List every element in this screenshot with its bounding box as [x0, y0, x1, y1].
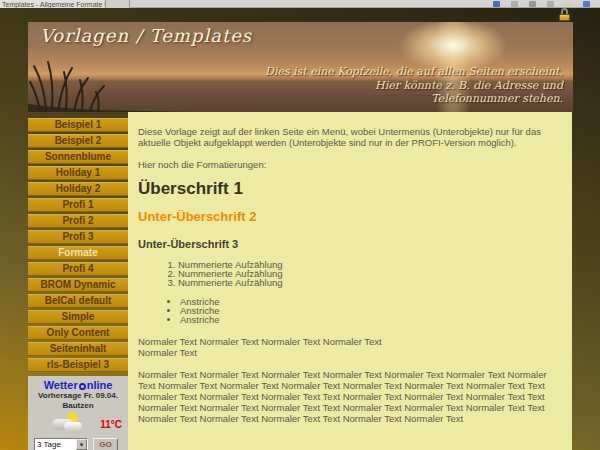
sidebar-item-beispiel-1[interactable]: Beispiel 1 — [28, 118, 128, 132]
sidebar-item-sonnenblume[interactable]: Sonnenblume — [28, 150, 128, 164]
bullet-list-item: Anstriche — [180, 306, 560, 315]
tagline-line: Hier könnte z. B. die Adresse und — [265, 79, 563, 93]
page-icon[interactable] — [565, 1, 572, 7]
normal-text-line: Normaler Text — [138, 347, 560, 358]
restore-icon[interactable] — [547, 1, 554, 7]
sidebar-item-beispiel-2[interactable]: Beispiel 2 — [28, 134, 128, 148]
heading-1: Überschrift 1 — [138, 183, 560, 194]
logo-text-prefix: Wetter — [44, 379, 78, 391]
browser-tab[interactable]: Templates - Allgemeine Formate für Texte… — [0, 0, 106, 8]
globe-icon — [79, 383, 86, 390]
logo-text-suffix: nline — [87, 379, 113, 391]
sidebar-item-holiday-1[interactable]: Holiday 1 — [28, 166, 128, 180]
sidebar-item-formate[interactable]: Formate — [28, 246, 128, 260]
bullet-list: Anstriche Anstriche Anstriche — [138, 297, 560, 325]
sidebar-item-seiteninhalt[interactable]: Seiteninhalt — [28, 342, 128, 356]
site-title: Vorlagen / Templates — [40, 25, 252, 46]
sidebar-item-holiday-2[interactable]: Holiday 2 — [28, 182, 128, 196]
formats-label: Hier noch die Formatierungen: — [138, 159, 560, 170]
chevron-down-icon[interactable]: ▼ — [76, 439, 87, 450]
bullet-list-item: Anstriche — [180, 315, 560, 324]
forecast-date: Vorhersage Fr. 09.04. — [28, 391, 128, 401]
sidebar-item-profi-1[interactable]: Profi 1 — [28, 198, 128, 212]
forecast-range-value: 3 Tage — [35, 439, 76, 450]
wetteronline-logo[interactable]: Wetternline — [28, 379, 128, 391]
sidebar-item-brom-dynamic[interactable]: BROM Dynamic — [28, 278, 128, 292]
browser-tab-stub[interactable] — [106, 0, 130, 8]
header-banner: Vorlagen / Templates Dies ist eine Kopfz… — [28, 22, 573, 112]
sidebar-menu: Beispiel 1 Beispiel 2 Sonnenblume Holida… — [28, 118, 128, 374]
forecast-range-select[interactable]: 3 Tage ▼ — [34, 438, 88, 450]
weather-widget: Wetternline Vorhersage Fr. 09.04. Bautze… — [28, 376, 128, 450]
normal-text-paragraph: Normaler Text Normaler Text Normaler Tex… — [138, 336, 560, 358]
minimize-icon[interactable] — [529, 1, 536, 7]
heading-2: Unter-Überschrift 2 — [138, 211, 560, 222]
beach-grass-silhouette — [28, 54, 188, 112]
tagline-line: Dies ist eine Kopfzeile, die auf allen S… — [265, 65, 563, 79]
browser-titlebar: Templates - Allgemeine Formate für Texte… — [0, 0, 600, 8]
cloud-sun-icon — [50, 413, 86, 433]
help-icon[interactable] — [583, 1, 590, 7]
sidebar-item-profi-2[interactable]: Profi 2 — [28, 214, 128, 228]
temperature-value: 11°C — [100, 419, 122, 430]
lock-icon[interactable] — [558, 8, 571, 21]
bookmark-icon[interactable] — [493, 1, 500, 7]
normal-text-line: Normaler Text Normaler Text Normaler Tex… — [138, 336, 560, 347]
bullet-list-item: Anstriche — [180, 297, 560, 306]
browser-toolbar-icons — [493, 0, 600, 7]
heading-3: Unter-Überschrift 3 — [138, 239, 560, 250]
header-tagline: Dies ist eine Kopfzeile, die auf allen S… — [265, 65, 563, 106]
numbered-list: Nummerierte Aufzählung Nummerierte Aufzä… — [138, 260, 560, 288]
go-button[interactable]: GO — [93, 438, 118, 450]
sidebar-item-profi-3[interactable]: Profi 3 — [28, 230, 128, 244]
sidebar-item-rls-beispiel-3[interactable]: rls-Beispiel 3 — [28, 358, 128, 372]
sidebar-item-simple[interactable]: Simple — [28, 310, 128, 324]
sidebar-item-profi-4[interactable]: Profi 4 — [28, 262, 128, 276]
numbered-list-item: Nummerierte Aufzählung — [178, 278, 560, 287]
sidebar-item-only-content[interactable]: Only Content — [28, 326, 128, 340]
normal-text-long-paragraph: Normaler Text Normaler Text Normaler Tex… — [138, 369, 560, 424]
intro-paragraph: Diese Vorlage zeigt auf der linken Seite… — [138, 126, 560, 148]
window-icon[interactable] — [511, 1, 518, 7]
main-content: Diese Vorlage zeigt auf der linken Seite… — [128, 112, 572, 450]
forecast-city: Bautzen — [28, 401, 128, 411]
sidebar-item-belcal-default[interactable]: BelCal default — [28, 294, 128, 308]
tagline-line: Telefonnummer stehen. — [265, 92, 563, 106]
